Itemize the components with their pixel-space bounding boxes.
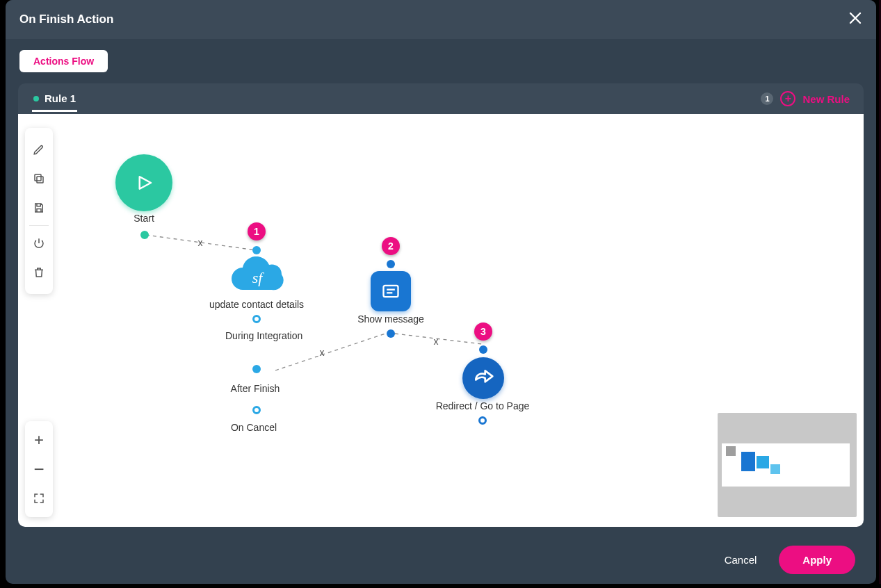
rule-count-badge: 1	[761, 92, 773, 105]
minimap-block	[770, 464, 780, 474]
toolbar-separator	[29, 225, 49, 226]
node-2-label: Show message	[357, 313, 424, 325]
apply-button[interactable]: Apply	[779, 546, 855, 574]
modal-titlebar: On Finish Action	[6, 0, 876, 39]
close-icon[interactable]	[848, 11, 862, 28]
save-icon[interactable]	[25, 193, 53, 222]
node-2-input-port[interactable]	[387, 260, 395, 268]
svg-rect-6	[384, 286, 398, 297]
power-icon[interactable]	[25, 229, 53, 258]
node-1-sub3: On Cancel	[231, 422, 277, 433]
connection-delete-3[interactable]: x	[434, 336, 439, 347]
svg-rect-1	[35, 174, 41, 181]
minimap-block	[726, 446, 736, 456]
tab-rule-1[interactable]: Rule 1	[32, 85, 77, 112]
modal-title: On Finish Action	[19, 13, 113, 26]
node-3-redirect[interactable]	[462, 357, 504, 399]
start-node[interactable]	[115, 154, 172, 211]
zoom-in-icon[interactable]: +	[25, 425, 53, 455]
canvas-toolbar-top	[25, 128, 53, 294]
rule-tabbar: Rule 1 1 + New Rule	[18, 83, 864, 114]
subbar: Actions Flow	[6, 39, 876, 83]
zoom-out-icon[interactable]: −	[25, 455, 53, 484]
svg-line-4	[395, 334, 482, 344]
node-1-port-after[interactable]	[252, 365, 261, 373]
new-rule-label: New Rule	[802, 93, 850, 105]
minimap[interactable]	[718, 413, 857, 517]
node-3-badge: 3	[474, 322, 492, 341]
node-1-salesforce[interactable]: sf	[227, 256, 287, 295]
node-1-input-port[interactable]	[252, 246, 261, 254]
modal-footer: Cancel Apply	[6, 535, 876, 584]
new-rule-button[interactable]: 1 + New Rule	[761, 91, 850, 106]
node-3-input-port[interactable]	[479, 345, 487, 354]
trash-icon[interactable]	[25, 258, 53, 287]
active-dot-icon	[33, 96, 39, 101]
fullscreen-icon[interactable]	[25, 484, 53, 513]
node-2-show-message[interactable]	[371, 271, 411, 311]
start-label: Start	[134, 213, 154, 224]
connection-delete-1[interactable]: x	[198, 237, 203, 248]
node-1-port-cancel[interactable]	[252, 406, 261, 414]
copy-icon[interactable]	[25, 164, 53, 193]
start-output-port[interactable]	[140, 231, 149, 239]
connection-delete-2[interactable]: x	[320, 347, 325, 358]
minimap-block	[741, 452, 755, 471]
node-1-sub2: After Finish	[231, 383, 280, 394]
cancel-button[interactable]: Cancel	[720, 553, 761, 566]
node-1-label: update contact details	[209, 299, 304, 310]
minimap-viewport	[722, 443, 850, 487]
canvas-toolbar-bottom: + −	[25, 421, 53, 517]
flow-canvas[interactable]: + − Start x 1 sf update contact d	[18, 114, 864, 527]
node-1-sub1: During Integration	[225, 329, 302, 342]
node-1-port-during[interactable]	[252, 315, 261, 323]
minimap-block	[757, 456, 769, 468]
node-3-label: Redirect / Go to Page	[436, 400, 530, 411]
svg-rect-0	[37, 177, 43, 183]
edit-icon[interactable]	[25, 135, 53, 164]
node-3-output-port[interactable]	[478, 416, 487, 425]
node-2-badge: 2	[382, 237, 400, 255]
plus-circle-icon: +	[780, 91, 795, 106]
node-2-output-port[interactable]	[387, 329, 395, 338]
node-1-badge: 1	[248, 222, 266, 240]
rule-tab-label: Rule 1	[45, 92, 76, 104]
on-finish-action-modal: On Finish Action Actions Flow Rule 1 1 +…	[6, 0, 876, 584]
actions-flow-button[interactable]: Actions Flow	[19, 50, 108, 72]
